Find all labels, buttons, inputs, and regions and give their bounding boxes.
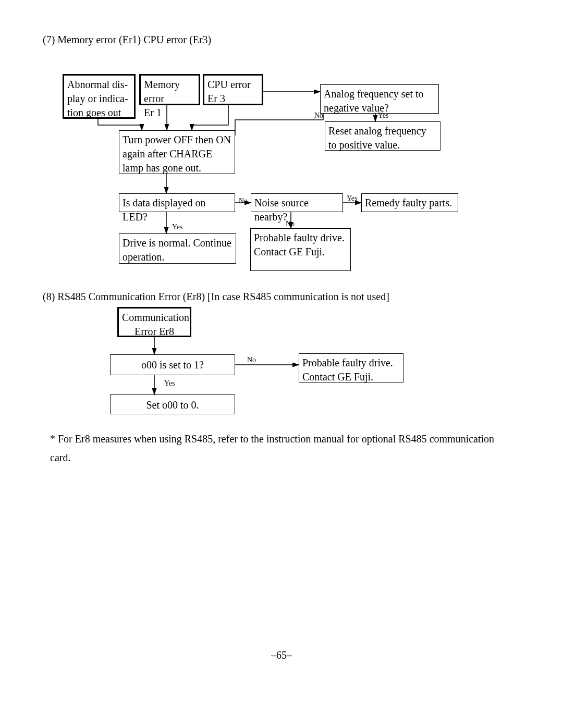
- box-reset-analog: Reset analog frequency to positive value…: [325, 121, 440, 151]
- box-o00-question: o00 is set to 1?: [110, 354, 235, 375]
- box-comm-error: Communication Error Er8: [117, 307, 191, 337]
- box-power-cycle: Turn power OFF then ON again after CHARG…: [119, 130, 235, 174]
- footnote-er8: * For Er8 measures when using RS485, ref…: [50, 429, 504, 467]
- box-faulty-drive-7: Probable faulty drive. Contact GE Fuji.: [250, 228, 351, 271]
- label-yes-led: Yes: [172, 223, 182, 231]
- box-set-o00: Set o00 to 0.: [110, 394, 235, 414]
- label-yes-o00: Yes: [164, 379, 175, 388]
- box-data-led-question: Is data displayed on LED?: [119, 193, 235, 212]
- label-yes-analog: Yes: [378, 112, 388, 120]
- box-drive-normal: Drive is normal. Continue operation.: [119, 233, 236, 264]
- section-8-title: (8) RS485 Communication Error (Er8) [In …: [43, 291, 389, 303]
- box-analog-freq-question: Analog frequency set to negative value?: [320, 84, 439, 114]
- label-no-noise: No: [286, 220, 295, 228]
- box-remedy: Remedy faulty parts.: [361, 193, 458, 212]
- box-memory-error: Memory error Er 1: [139, 74, 200, 105]
- label-no-analog: No: [314, 112, 323, 120]
- label-no-o00: No: [247, 356, 256, 364]
- box-faulty-drive-8: Probable faulty drive. Contact GE Fuji.: [299, 353, 403, 382]
- box-abnormal-display: Abnormal dis- play or indica- tion goes …: [63, 74, 136, 119]
- label-yes-noise: Yes: [347, 194, 357, 203]
- section-7-title: (7) Memory error (Er1) CPU error (Er3): [43, 34, 211, 46]
- page-number: –65–: [271, 649, 292, 661]
- box-noise-question: Noise source nearby?: [251, 193, 343, 212]
- label-no-led: No: [239, 197, 248, 205]
- box-cpu-error: CPU error Er 3: [203, 74, 263, 105]
